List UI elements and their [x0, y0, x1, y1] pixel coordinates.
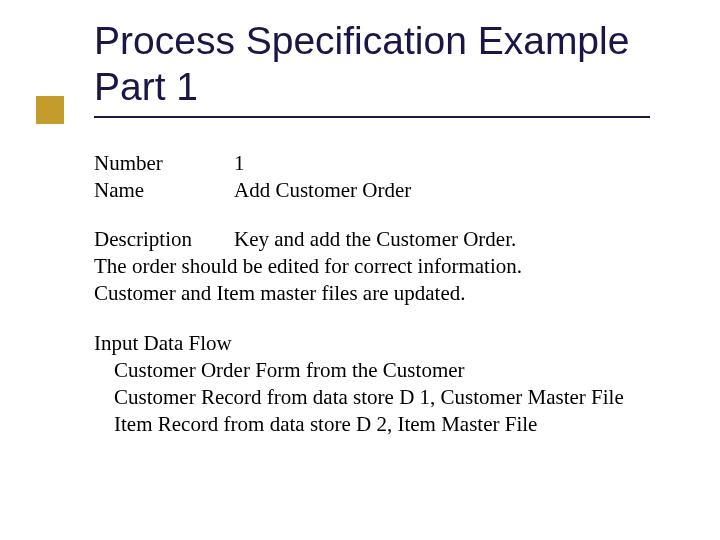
description-line-1: Key and add the Customer Order.: [234, 226, 674, 253]
title-line-1: Process Specification Example: [94, 19, 629, 62]
value-name: Add Customer Order: [234, 177, 674, 204]
label-number: Number: [94, 150, 234, 177]
input-flow-list: Customer Order Form from the Customer Cu…: [94, 357, 674, 438]
slide-title: Process Specification Example Part 1: [94, 18, 674, 110]
list-item: Customer Order Form from the Customer: [94, 357, 674, 384]
row-description: Description Key and add the Customer Ord…: [94, 226, 674, 253]
title-block: Process Specification Example Part 1: [94, 18, 674, 118]
row-name: Name Add Customer Order: [94, 177, 674, 204]
row-number: Number 1: [94, 150, 674, 177]
label-description: Description: [94, 226, 234, 253]
title-line-2: Part 1: [94, 65, 198, 108]
description-line-2: The order should be edited for correct i…: [94, 253, 674, 280]
value-number: 1: [234, 150, 674, 177]
body-content: Number 1 Name Add Customer Order Descrip…: [94, 150, 674, 438]
title-underline: [94, 116, 650, 118]
list-item: Item Record from data store D 2, Item Ma…: [94, 411, 674, 438]
description-line-3: Customer and Item master files are updat…: [94, 280, 674, 307]
label-name: Name: [94, 177, 234, 204]
list-item: Customer Record from data store D 1, Cus…: [94, 384, 674, 411]
input-flow-heading: Input Data Flow: [94, 330, 674, 357]
slide: Process Specification Example Part 1 Num…: [0, 0, 720, 540]
description-block: Description Key and add the Customer Ord…: [94, 226, 674, 307]
accent-square-icon: [36, 96, 64, 124]
